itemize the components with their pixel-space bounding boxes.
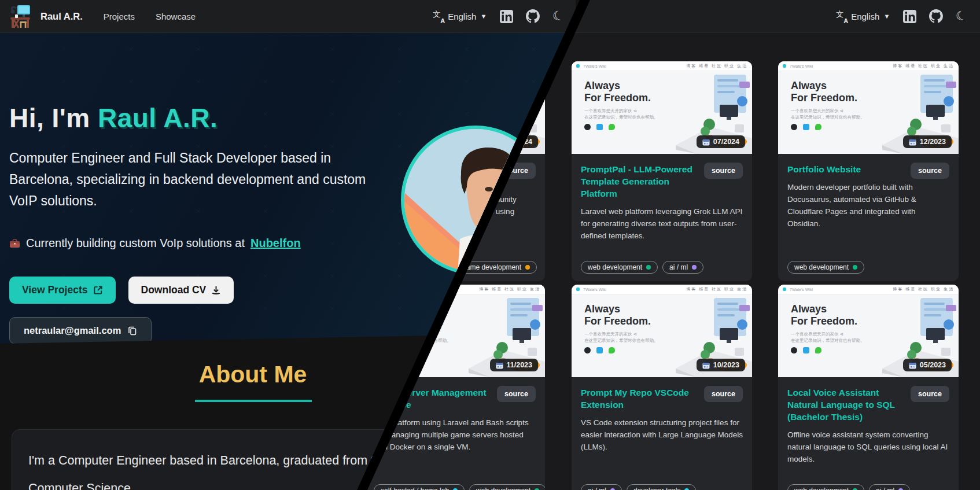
copy-icon — [128, 326, 137, 336]
tag-pill[interactable]: developer tools — [627, 484, 696, 490]
source-button[interactable]: source — [911, 386, 949, 402]
date-badge: 05/2023 — [903, 359, 952, 371]
project-thumbnail: 7Wate's Wiki博客 维基 社区 职业 生活 AlwaysFor Fre… — [572, 285, 752, 377]
source-button[interactable]: source — [704, 163, 743, 179]
translate-icon: 文A — [836, 11, 847, 22]
source-button[interactable]: source — [704, 386, 743, 402]
calendar-icon — [702, 138, 710, 146]
tag-pill[interactable]: web development — [581, 261, 658, 274]
project-description: Laravel web platform leveraging Grok LLM… — [581, 205, 743, 242]
bilibili-mini-icon — [596, 124, 603, 130]
project-thumbnail: 7Wate's Wiki博客 维基 社区 职业 生活 AlwaysFor Fre… — [778, 61, 959, 154]
view-projects-button[interactable]: View Projects — [9, 277, 116, 304]
site-logo[interactable] — [7, 3, 34, 30]
project-title[interactable]: Local Voice Assistant Natural Language t… — [787, 386, 910, 423]
project-description: Web platform using Laravel and Bash scri… — [374, 417, 536, 453]
date-badge: 12/2023 — [903, 135, 952, 148]
wechat-mini-icon — [815, 124, 821, 130]
download-icon — [211, 285, 221, 295]
tag-dot — [692, 265, 697, 270]
about-title: About Me — [137, 361, 369, 388]
project-title[interactable]: Prompt My Repo VSCode Extension — [581, 386, 703, 411]
tag-pill[interactable]: ai / ml — [662, 261, 703, 274]
bilibili-mini-icon — [803, 124, 809, 130]
wechat-mini-icon — [609, 124, 615, 130]
date-badge: 07/2024 — [697, 135, 745, 148]
github-icon[interactable] — [526, 9, 540, 23]
project-thumbnail: 7Wate's Wiki博客 维基 社区 职业 生活 AlwaysFor Fre… — [572, 61, 752, 154]
github-mini-icon — [584, 124, 591, 130]
project-title[interactable]: Portfolio Website — [787, 163, 910, 175]
tag-pill[interactable]: game development — [455, 261, 537, 274]
tag-pill[interactable]: web development — [469, 484, 545, 490]
source-button[interactable]: source — [911, 163, 949, 179]
bilibili-mini-icon — [596, 347, 603, 353]
wiki-logo-icon — [783, 288, 786, 291]
tag-dot — [646, 265, 651, 270]
chevron-down-icon: ▼ — [883, 13, 890, 20]
wiki-logo-icon — [783, 64, 786, 68]
tag-pill[interactable]: ai / ml — [869, 484, 910, 490]
project-card[interactable]: 7Wate's Wiki博客 维基 社区 职业 生活 AlwaysFor Fre… — [778, 61, 959, 281]
briefcase-icon — [9, 238, 20, 249]
wechat-mini-icon — [815, 347, 821, 353]
language-switcher[interactable]: 文A English ▼ — [433, 11, 487, 22]
bilibili-mini-icon — [803, 347, 809, 353]
nav-link-showcase[interactable]: Showcase — [156, 12, 196, 21]
tag-pill[interactable]: ai / ml — [581, 484, 622, 490]
calendar-icon — [702, 362, 710, 369]
github-icon[interactable] — [929, 9, 943, 23]
linkedin-icon[interactable] — [902, 9, 916, 23]
project-card[interactable]: 7Wate's Wiki博客 维基 社区 职业 生活 AlwaysFor Fre… — [572, 285, 752, 490]
project-description: Modern developer portfolio built with Do… — [787, 181, 949, 230]
linkedin-icon[interactable] — [499, 9, 513, 23]
wechat-mini-icon — [609, 347, 615, 353]
date-badge: 10/2023 — [697, 359, 745, 371]
download-cv-button[interactable]: Download CV — [128, 277, 234, 304]
project-thumbnail: 7Wate's Wiki博客 维基 社区 职业 生活 AlwaysFor Fre… — [778, 285, 959, 377]
calendar-icon — [496, 362, 503, 369]
wiki-logo-icon — [576, 288, 580, 291]
project-title[interactable]: PromptPal - LLM-Powered Template Generat… — [581, 163, 703, 200]
moon-icon[interactable]: ☾ — [955, 9, 969, 24]
external-link-icon — [93, 285, 103, 295]
tag-pill[interactable]: web development — [787, 261, 864, 274]
language-switcher[interactable]: 文A English ▼ — [836, 11, 890, 22]
translate-icon: 文A — [433, 11, 444, 22]
wiki-logo-icon — [576, 64, 580, 68]
email-copy-button[interactable]: netraular@gmail.com — [9, 317, 152, 344]
project-description: Offline voice assistant system convertin… — [787, 429, 949, 465]
nubelfon-link[interactable]: Nubelfon — [250, 237, 301, 250]
project-description: VS Code extension structuring project fi… — [581, 417, 743, 453]
hero-heading: Hi, I'm Raul A.R. — [9, 102, 218, 134]
hero-name: Raul A.R. — [98, 103, 218, 133]
calendar-icon — [909, 362, 916, 369]
tag-dot — [525, 265, 530, 270]
chevron-down-icon: ▼ — [480, 13, 487, 20]
calendar-icon — [909, 138, 916, 146]
github-mini-icon — [584, 347, 591, 353]
brand-name[interactable]: Raul A.R. — [40, 11, 83, 22]
about-title-underline — [195, 400, 312, 402]
project-card[interactable]: 7Wate's Wiki博客 维基 社区 职业 生活 AlwaysFor Fre… — [778, 285, 959, 490]
source-button[interactable]: source — [497, 386, 536, 402]
tag-pill[interactable]: self-hosted / home lab — [374, 484, 465, 490]
hero-description: Computer Engineer and Full Stack Develop… — [9, 148, 368, 212]
project-card[interactable]: 7Wate's Wiki博客 维基 社区 职业 生活 AlwaysFor Fre… — [572, 61, 752, 281]
github-mini-icon — [791, 124, 797, 130]
screenshot-canvas: About Me I'm a Computer Engineer based i… — [0, 0, 980, 490]
nav-link-projects[interactable]: Projects — [104, 12, 135, 21]
navbar: Raul A.R. Projects Showcase 文A English ▼… — [0, 0, 576, 33]
tag-dot — [853, 265, 857, 270]
date-badge: 11/2023 — [490, 359, 539, 371]
moon-icon[interactable]: ☾ — [551, 9, 566, 24]
tag-pill[interactable]: web development — [787, 484, 864, 490]
hero-status-line: Currently building custom VoIp solutions… — [9, 237, 301, 250]
github-mini-icon — [791, 347, 797, 353]
